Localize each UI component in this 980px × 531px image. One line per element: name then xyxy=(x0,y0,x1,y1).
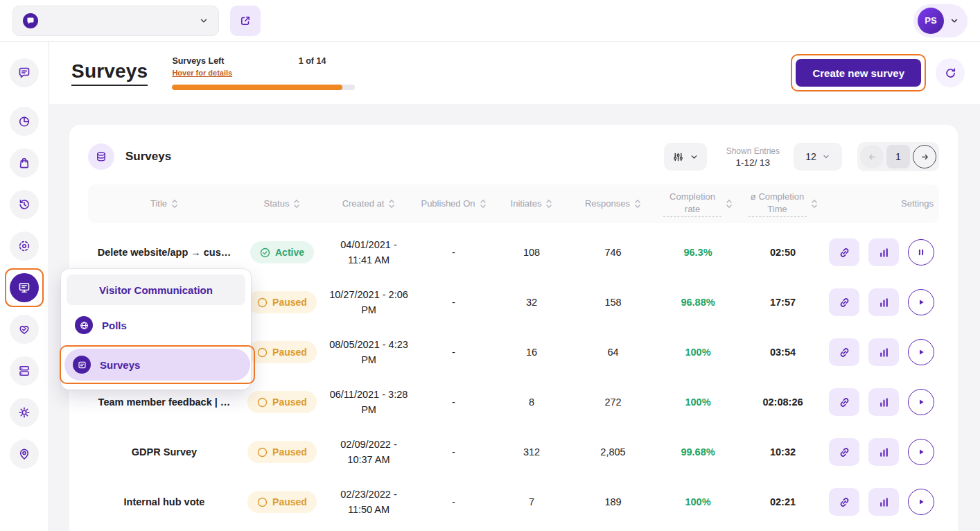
column-status[interactable]: Status xyxy=(240,198,324,210)
initiates: 16 xyxy=(493,347,570,358)
initiates: 32 xyxy=(493,297,570,308)
table-header: Title Status Created at Published On Ini… xyxy=(88,184,939,223)
responses: 746 xyxy=(570,247,656,258)
initiates: 312 xyxy=(493,446,570,458)
catalog-icon xyxy=(17,364,31,378)
published-on: - xyxy=(414,397,493,408)
brand-logo-icon xyxy=(23,13,38,28)
sidebar-item-support[interactable] xyxy=(10,433,39,475)
column-title[interactable]: Title xyxy=(88,198,240,210)
completion-time: 02:21 xyxy=(740,496,826,507)
page-size-value: 12 xyxy=(805,151,816,162)
toggle-run-button[interactable] xyxy=(908,439,934,465)
page-header: Surveys Surveys Left Hover for details 1… xyxy=(49,42,980,104)
created-at: 02/09/2022 - 10:37 AM xyxy=(324,437,414,468)
status-badge: Paused xyxy=(247,291,317,313)
flyout-item-label: Surveys xyxy=(100,359,140,371)
toggle-run-button[interactable] xyxy=(908,389,934,415)
page-size-select[interactable]: 12 xyxy=(794,143,842,171)
created-at: 10/27/2021 - 2:06 PM xyxy=(324,287,414,318)
toggle-run-button[interactable] xyxy=(908,289,934,315)
status-badge: Paused xyxy=(247,491,317,513)
quota-progress-bar xyxy=(172,85,355,90)
sidebar-item-history[interactable] xyxy=(10,184,39,225)
copy-link-button[interactable] xyxy=(829,388,859,416)
statistics-button[interactable] xyxy=(868,238,899,266)
survey-title: Internal hub vote xyxy=(88,496,240,507)
globe-icon xyxy=(75,316,93,334)
copy-link-button[interactable] xyxy=(829,338,859,366)
shown-entries-range: 1-12/ 13 xyxy=(736,157,771,168)
column-filter-button[interactable] xyxy=(664,143,707,171)
chevron-down-icon xyxy=(950,16,959,26)
copy-link-button[interactable] xyxy=(829,438,859,466)
flyout-item-surveys[interactable]: Surveys xyxy=(64,349,250,381)
table-row[interactable]: Internal hub vote Paused 02/23/2022 - 11… xyxy=(88,477,939,527)
copy-link-button[interactable] xyxy=(829,488,859,516)
workspace-selector[interactable] xyxy=(12,6,219,36)
shop-icon xyxy=(17,156,31,170)
statistics-button[interactable] xyxy=(868,288,899,316)
card-title: Surveys xyxy=(125,150,171,164)
column-completion-time[interactable]: ø Completion Time xyxy=(740,191,826,217)
visitor-communication-icon xyxy=(17,281,31,295)
feedback-icon xyxy=(17,322,31,336)
status-badge: Paused xyxy=(247,441,317,463)
created-at: 02/23/2022 - 11:50 AM xyxy=(324,487,414,518)
history-icon xyxy=(17,198,31,211)
flyout-item-polls[interactable]: Polls xyxy=(67,309,245,341)
statistics-button[interactable] xyxy=(868,388,899,416)
completion-rate: 100% xyxy=(656,397,740,408)
toggle-run-button[interactable] xyxy=(908,239,934,266)
quota-label: Surveys Left xyxy=(172,56,232,66)
quota-details-link[interactable]: Hover for details xyxy=(172,69,232,77)
column-completion-rate[interactable]: Completion rate xyxy=(656,191,740,217)
user-menu[interactable]: PS xyxy=(913,4,968,37)
created-at: 08/05/2021 - 4:23 PM xyxy=(324,337,414,368)
sidebar-item-analytics[interactable] xyxy=(10,101,39,142)
column-published-on[interactable]: Published On xyxy=(414,198,493,210)
responses: 64 xyxy=(570,347,656,358)
pagination: 1 xyxy=(857,142,939,171)
status-badge: Paused xyxy=(247,341,317,363)
sidebar-item-catalog[interactable] xyxy=(10,350,39,392)
table-row[interactable]: GDPR Survey Paused 02/09/2022 - 10:37 AM… xyxy=(88,427,939,477)
statistics-button[interactable] xyxy=(868,488,899,516)
page-number-button[interactable]: 1 xyxy=(886,145,910,168)
completion-time: 03:54 xyxy=(740,347,826,358)
sidebar-item-settings[interactable] xyxy=(10,392,39,433)
refresh-button[interactable] xyxy=(936,58,965,87)
sidebar-item-visitor-communication[interactable] xyxy=(5,267,44,308)
shown-entries-label: Shown Entries xyxy=(726,146,780,156)
toggle-run-button[interactable] xyxy=(908,339,934,365)
toggle-run-button[interactable] xyxy=(908,489,934,515)
column-created-at[interactable]: Created at xyxy=(324,198,414,210)
sidebar-item-feedback[interactable] xyxy=(10,308,39,350)
statistics-button[interactable] xyxy=(868,338,899,366)
completion-time: 10:32 xyxy=(740,446,826,458)
completion-rate: 100% xyxy=(656,347,740,358)
flyout-item-label: Polls xyxy=(102,320,127,331)
sidebar-item-inbox[interactable] xyxy=(10,52,39,94)
published-on: - xyxy=(414,297,493,308)
annotation-box: Surveys xyxy=(60,345,255,384)
statistics-button[interactable] xyxy=(868,438,899,466)
prev-page-button[interactable] xyxy=(860,145,884,168)
copy-link-button[interactable] xyxy=(829,238,859,266)
copy-link-button[interactable] xyxy=(829,288,859,316)
column-responses[interactable]: Responses xyxy=(570,198,656,210)
create-new-survey-button[interactable]: Create new survey xyxy=(796,59,921,87)
avatar: PS xyxy=(918,8,944,34)
chevron-down-icon xyxy=(690,153,699,162)
quota-count: 1 of 14 xyxy=(299,56,326,66)
open-external-button[interactable] xyxy=(230,6,261,36)
sidebar-item-automation[interactable] xyxy=(10,225,39,267)
completion-rate: 99.68% xyxy=(656,446,740,458)
column-initiates[interactable]: Initiates xyxy=(493,198,570,210)
chevron-down-icon xyxy=(822,153,830,161)
survey-title: GDPR Survey xyxy=(88,446,240,458)
sidebar-item-shop[interactable] xyxy=(10,142,39,184)
support-icon xyxy=(17,447,31,461)
page-title: Surveys xyxy=(71,60,148,86)
next-page-button[interactable] xyxy=(913,145,936,168)
